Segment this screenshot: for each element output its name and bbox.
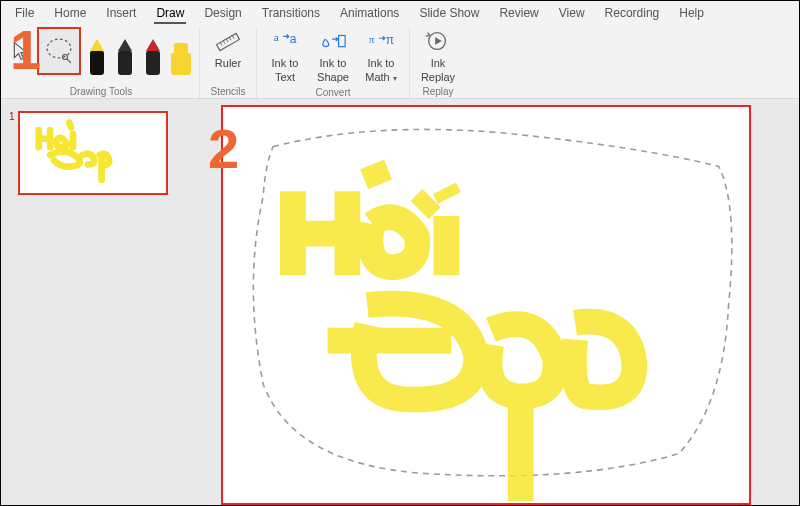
pen-yellow[interactable]	[85, 27, 109, 75]
annotation-2: 2	[208, 116, 239, 181]
pen-black[interactable]	[113, 27, 137, 75]
tab-draw[interactable]: Draw	[146, 3, 194, 23]
svg-line-5	[226, 39, 228, 42]
pen-tip-icon	[90, 39, 104, 51]
svg-line-7	[232, 36, 234, 39]
label: Ink to	[272, 57, 299, 69]
svg-text:a: a	[274, 31, 279, 43]
ink-to-text-button[interactable]: aa Ink to Text	[263, 27, 307, 83]
tab-design[interactable]: Design	[194, 3, 251, 23]
thumb-drawing	[20, 113, 166, 193]
svg-rect-10	[339, 35, 346, 46]
pen-body-icon	[90, 51, 104, 75]
lasso-icon	[42, 34, 76, 68]
slide-canvas[interactable]	[221, 105, 751, 505]
svg-text:π: π	[369, 33, 375, 45]
ribbon: Drawing Tools Ruler Stencils aa	[1, 25, 799, 99]
slide-thumbnail-1[interactable]	[18, 111, 168, 195]
svg-line-6	[229, 37, 231, 40]
tab-view[interactable]: View	[549, 3, 595, 23]
ink-to-text-icon: aa	[271, 29, 299, 55]
ink-replay-icon	[424, 29, 452, 55]
canvas-drawing	[223, 107, 749, 503]
svg-line-4	[223, 41, 225, 44]
label: Shape	[317, 71, 349, 83]
chevron-down-icon: ▾	[393, 74, 397, 83]
tab-insert[interactable]: Insert	[96, 3, 146, 23]
label: Ink to	[320, 57, 347, 69]
highlighter-body-icon	[171, 53, 191, 75]
ink-to-math-button[interactable]: ππ Ink to Math ▾	[359, 27, 403, 85]
group-label: Drawing Tools	[70, 84, 133, 98]
tab-strip: File Home Insert Draw Design Transitions…	[1, 1, 799, 25]
label: Ink	[431, 57, 446, 69]
tab-home[interactable]: Home	[44, 3, 96, 23]
group-label: Convert	[315, 85, 350, 99]
workspace: 1	[1, 99, 799, 505]
svg-marker-14	[435, 37, 442, 44]
group-label: Stencils	[210, 84, 245, 98]
canvas-area	[181, 99, 799, 505]
tab-recording[interactable]: Recording	[595, 3, 670, 23]
ruler-icon	[214, 29, 242, 55]
lasso-select-tool[interactable]	[37, 27, 81, 75]
svg-text:a: a	[290, 32, 297, 46]
svg-text:π: π	[386, 33, 394, 47]
tab-animations[interactable]: Animations	[330, 3, 409, 23]
ink-replay-button[interactable]: Ink Replay	[416, 27, 460, 83]
group-label: Replay	[422, 84, 453, 98]
ink-to-math-icon: ππ	[367, 29, 395, 55]
highlighter-yellow[interactable]	[169, 27, 193, 75]
tab-slideshow[interactable]: Slide Show	[409, 3, 489, 23]
label: Replay	[421, 71, 455, 83]
group-convert: aa Ink to Text Ink to Shape ππ Ink	[257, 27, 410, 98]
ink-to-shape-icon	[319, 29, 347, 55]
ruler-label: Ruler	[215, 57, 241, 69]
tab-transitions[interactable]: Transitions	[252, 3, 330, 23]
highlighter-tip-icon	[174, 43, 188, 53]
ink-to-shape-button[interactable]: Ink to Shape	[311, 27, 355, 83]
annotation-1: 1	[10, 26, 41, 74]
tab-review[interactable]: Review	[489, 3, 548, 23]
label: Ink to	[368, 57, 395, 69]
group-replay: Ink Replay Replay	[410, 27, 466, 98]
pen-body-icon	[146, 51, 160, 75]
app-window: File Home Insert Draw Design Transitions…	[0, 0, 800, 506]
thumb-number: 1	[9, 111, 15, 122]
svg-line-3	[220, 42, 222, 45]
ruler-button[interactable]: Ruler	[206, 27, 250, 69]
slide-thumbnails-panel[interactable]: 1	[1, 99, 181, 505]
label: Math ▾	[365, 71, 397, 85]
pen-body-icon	[118, 51, 132, 75]
pen-red[interactable]	[141, 27, 165, 75]
pen-tip-icon	[146, 39, 160, 51]
group-stencils: Ruler Stencils	[200, 27, 257, 98]
pen-tip-icon	[118, 39, 132, 51]
label: Text	[275, 71, 295, 83]
svg-point-0	[47, 39, 71, 58]
tab-help[interactable]: Help	[669, 3, 714, 23]
